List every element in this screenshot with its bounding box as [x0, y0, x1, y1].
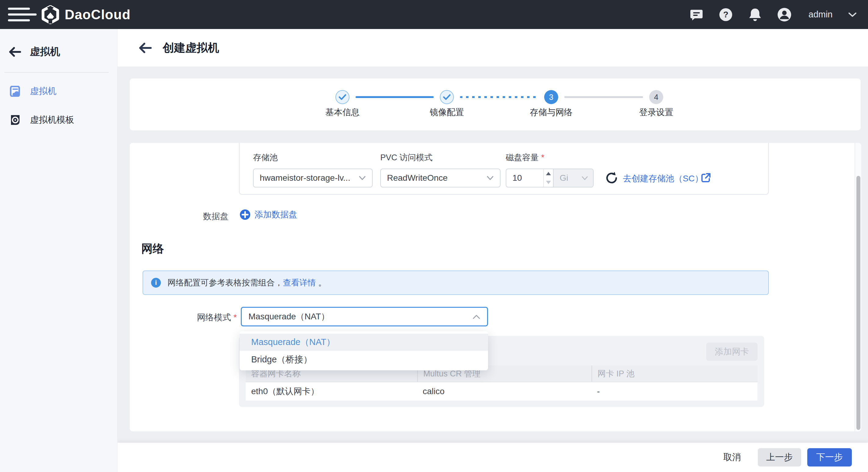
plus-circle-icon	[240, 209, 251, 220]
required-asterisk: *	[234, 313, 237, 322]
sidebar: 虚拟机 虚拟机 虚拟机模板	[0, 29, 118, 472]
step-4-circle: 4	[649, 90, 663, 104]
banner-text: 网络配置可参考表格按需组合，查看详情 。	[167, 277, 327, 288]
next-step-button[interactable]: 下一步	[807, 448, 852, 467]
disk-capacity-stepper	[543, 169, 553, 187]
main-area: 创建虚拟机 3 4 基本信息 镜像配置 存储与网络 登录设置	[118, 29, 868, 472]
nic-table: 容器网卡名称 Multus CR 管理 网卡 IP 池 eth0（默认网卡） c…	[246, 365, 757, 401]
previous-step-button[interactable]: 上一步	[758, 448, 801, 467]
table-row: eth0（默认网卡） calico -	[246, 382, 757, 401]
network-mode-label: 网络模式*	[197, 312, 237, 323]
chevron-down-icon	[581, 176, 588, 180]
brand-name: DaoCloud	[65, 7, 131, 22]
dropdown-option-bridge[interactable]: Bridge（桥接）	[240, 351, 488, 368]
sidebar-back-arrow-icon[interactable]	[8, 47, 21, 57]
sidebar-item-label: 虚拟机模板	[30, 114, 74, 126]
chevron-up-icon	[472, 314, 480, 319]
required-asterisk: *	[541, 153, 545, 162]
disk-capacity-input[interactable]: 10	[506, 169, 543, 187]
network-section-heading: 网络	[141, 241, 164, 257]
add-data-disk-link[interactable]: 添加数据盘	[240, 209, 297, 220]
cancel-button[interactable]: 取消	[720, 448, 744, 467]
refresh-icon[interactable]	[604, 171, 619, 185]
sidebar-title: 虚拟机	[30, 45, 60, 59]
network-mode-select[interactable]: Masquerade（NAT）	[241, 307, 488, 326]
capacity-unit-select[interactable]: Gi	[553, 169, 593, 187]
stepper-down-icon[interactable]	[544, 178, 553, 187]
network-mode-dropdown: Masquerade（NAT） Bridge（桥接）	[240, 331, 488, 370]
user-menu-chevron-down-icon[interactable]	[848, 11, 857, 18]
step-connector-1-2	[355, 96, 434, 98]
multus-cr-cell: calico	[417, 382, 591, 401]
stepper-card: 3 4 基本信息 镜像配置 存储与网络 登录设置	[130, 79, 861, 130]
vm-template-icon	[10, 115, 21, 125]
page-titlebar: 创建虚拟机	[118, 29, 868, 66]
sidebar-item-virtual-machines[interactable]: 虚拟机	[0, 81, 117, 102]
username-label[interactable]: admin	[808, 9, 833, 20]
data-disk-label: 数据盘	[203, 211, 228, 222]
disk-capacity-group: 10 Gi	[506, 169, 594, 187]
system-disk-subcard: 存储池 PVC 访问模式 磁盘容量* hwameistor-storage-lv…	[239, 143, 769, 195]
view-details-link[interactable]: 查看详情	[283, 278, 316, 287]
step-2-label: 镜像配置	[401, 107, 493, 118]
vm-list-icon	[10, 86, 21, 97]
step-2-circle-check-icon	[440, 90, 454, 104]
menu-toggle-icon[interactable]	[8, 5, 37, 24]
top-header: DaoCloud ?	[0, 0, 868, 29]
form-card: 存储池 PVC 访问模式 磁盘容量* hwameistor-storage-lv…	[130, 143, 861, 432]
stepper-up-icon[interactable]	[544, 169, 553, 178]
page-back-arrow-icon[interactable]	[138, 42, 152, 53]
sidebar-item-vm-templates[interactable]: 虚拟机模板	[0, 109, 117, 131]
ip-pool-cell: -	[591, 382, 757, 401]
external-link-icon[interactable]	[701, 172, 711, 183]
help-icon[interactable]: ?	[719, 8, 733, 22]
add-nic-button[interactable]: 添加网卡	[706, 343, 757, 361]
brand-logo[interactable]: DaoCloud	[41, 5, 131, 24]
step-4-label: 登录设置	[611, 107, 702, 118]
page-title: 创建虚拟机	[163, 40, 219, 56]
step-connector-3-4	[564, 96, 643, 98]
storage-pool-label: 存储池	[253, 152, 278, 163]
sidebar-divider	[4, 72, 108, 73]
scrollbar-thumb[interactable]	[857, 176, 860, 430]
user-avatar[interactable]	[777, 8, 792, 22]
network-info-banner: i 网络配置可参考表格按需组合，查看详情 。	[143, 270, 769, 295]
chevron-down-icon	[359, 176, 366, 180]
pvc-access-mode-select[interactable]: ReadWriteOnce	[380, 169, 500, 187]
wizard-footer: 取消 上一步 下一步	[118, 443, 868, 472]
sidebar-item-label: 虚拟机	[30, 85, 57, 97]
step-3-label: 存储与网络	[505, 107, 597, 118]
svg-text:?: ?	[723, 10, 728, 19]
column-header: 网卡 IP 池	[591, 365, 757, 382]
step-connector-2-3	[460, 96, 538, 98]
vertical-scrollbar[interactable]	[855, 143, 861, 432]
step-1-circle-check-icon	[335, 90, 349, 104]
dropdown-option-masquerade[interactable]: Masquerade（NAT）	[240, 334, 488, 351]
disk-capacity-label: 磁盘容量*	[506, 152, 545, 163]
step-1-label: 基本信息	[297, 107, 388, 118]
step-3-circle: 3	[544, 90, 558, 104]
nic-name-cell: eth0（默认网卡）	[246, 382, 417, 401]
storage-pool-select[interactable]: hwameistor-storage-lv...	[253, 169, 373, 187]
daocloud-cube-icon	[41, 5, 60, 24]
pvc-access-mode-label: PVC 访问模式	[380, 152, 432, 163]
content-background: 3 4 基本信息 镜像配置 存储与网络 登录设置 存储池 PVC 访问模式 磁盘…	[118, 66, 868, 443]
chevron-down-icon	[487, 176, 494, 180]
info-icon: i	[151, 278, 161, 288]
messages-icon[interactable]	[689, 8, 704, 22]
notifications-bell-icon[interactable]	[748, 8, 762, 22]
create-storage-pool-link[interactable]: 去创建存储池（SC）	[623, 173, 703, 184]
